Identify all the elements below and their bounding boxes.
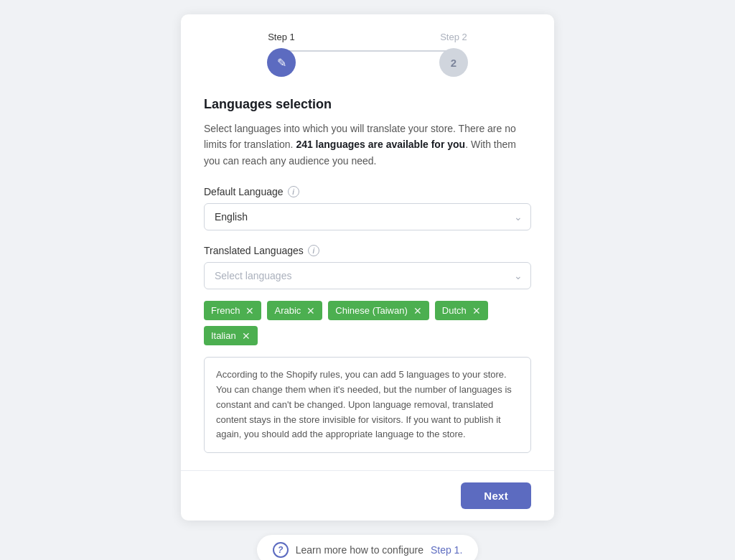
info-box-text: According to the Shopify rules, you can …: [216, 369, 512, 439]
tag-arabic-label: Arabic: [274, 305, 301, 316]
default-language-select-wrapper: English ⌄: [204, 203, 531, 230]
tag-dutch-label: Dutch: [442, 305, 467, 316]
tag-arabic-close[interactable]: ✕: [306, 306, 315, 316]
default-language-info-icon[interactable]: i: [288, 186, 299, 197]
main-content: Languages selection Select languages int…: [181, 77, 554, 470]
section-description: Select languages into which you will tra…: [204, 121, 531, 169]
info-box: According to the Shopify rules, you can …: [204, 357, 531, 453]
section-title: Languages selection: [204, 97, 531, 112]
tag-arabic: Arabic ✕: [267, 301, 322, 320]
tag-dutch: Dutch ✕: [435, 301, 488, 320]
desc-bold: 241 languages are available for you: [296, 139, 465, 150]
step-1: Step 1 ✎: [267, 32, 296, 77]
language-tags: French ✕ Arabic ✕ Chinese (Taiwan) ✕ Dut…: [204, 301, 531, 345]
tag-italian-close[interactable]: ✕: [242, 331, 251, 341]
stepper-line: [289, 50, 446, 52]
step-1-circle: ✎: [267, 48, 296, 77]
translated-languages-label: Translated Languages i: [204, 245, 531, 256]
tag-french-label: French: [211, 305, 240, 316]
translated-languages-info-icon[interactable]: i: [308, 245, 319, 256]
tag-italian-label: Italian: [211, 330, 236, 341]
step-1-label: Step 1: [268, 32, 295, 42]
step-2-label: Step 2: [440, 32, 467, 42]
tag-french-close[interactable]: ✕: [245, 306, 254, 316]
tag-chinese-taiwan-label: Chinese (Taiwan): [335, 305, 407, 316]
default-language-select[interactable]: English: [204, 203, 531, 230]
tag-chinese-taiwan-close[interactable]: ✕: [413, 306, 422, 316]
help-text: Learn more how to configure: [296, 544, 423, 556]
step-2: Step 2 2: [439, 32, 468, 77]
help-circle-icon: ?: [273, 542, 289, 558]
help-bar: ? Learn more how to configure Step 1.: [257, 535, 479, 560]
default-language-label: Default Language i: [204, 186, 531, 197]
translated-languages-select[interactable]: Select languages: [204, 262, 531, 289]
next-button[interactable]: Next: [461, 482, 531, 509]
tag-french: French ✕: [204, 301, 261, 320]
step-2-circle: 2: [439, 48, 468, 77]
tag-italian: Italian ✕: [204, 326, 258, 345]
stepper: Step 1 ✎ Step 2 2: [181, 14, 554, 77]
tag-chinese-taiwan: Chinese (Taiwan) ✕: [328, 301, 429, 320]
translated-languages-select-wrapper: Select languages ⌄: [204, 262, 531, 289]
card-footer: Next: [181, 470, 554, 521]
wizard-card: Step 1 ✎ Step 2 2 Languages selection Se…: [181, 14, 554, 521]
help-link[interactable]: Step 1.: [431, 544, 462, 556]
pencil-icon: ✎: [277, 56, 286, 70]
tag-dutch-close[interactable]: ✕: [472, 306, 481, 316]
